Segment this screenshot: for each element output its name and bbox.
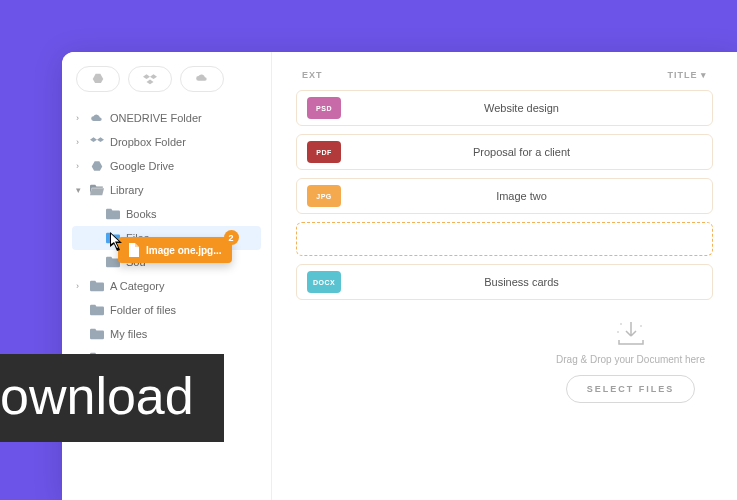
tree-item-label: My files xyxy=(110,328,147,340)
tree-item-label: Folder of files xyxy=(110,304,176,316)
caret-icon: › xyxy=(76,113,84,123)
tree-item[interactable]: Books xyxy=(72,202,261,226)
tree-item[interactable]: ›Dropbox Folder xyxy=(72,130,261,154)
cloud-provider-pills xyxy=(72,66,261,92)
tree-item[interactable]: ›Google Drive xyxy=(72,154,261,178)
download-icon xyxy=(615,320,647,348)
tree-item-label: A Category xyxy=(110,280,164,292)
file-list-header: EXT TITLE ▾ xyxy=(296,70,713,90)
tree-item-label: Books xyxy=(126,208,157,220)
cloud-pill[interactable] xyxy=(180,66,224,92)
tree-item-label: Dropbox Folder xyxy=(110,136,186,148)
tree-item[interactable]: My files xyxy=(72,322,261,346)
tree-item[interactable]: ›A Category xyxy=(72,274,261,298)
caret-icon: › xyxy=(76,161,84,171)
file-title: Image two xyxy=(341,190,702,202)
download-overlay-text: ownload xyxy=(0,354,224,442)
drag-preview-chip: Image one.jpg... 2 xyxy=(118,237,232,263)
col-ext[interactable]: EXT xyxy=(302,70,323,80)
select-files-button[interactable]: SELECT FILES xyxy=(566,375,696,403)
dropbox-pill[interactable] xyxy=(128,66,172,92)
file-row[interactable]: PSDWebsite design xyxy=(296,90,713,126)
tree-item-label: Library xyxy=(110,184,144,196)
svg-point-1 xyxy=(640,325,642,327)
tree-item[interactable]: ›ONEDRIVE Folder xyxy=(72,106,261,130)
tree-item[interactable]: Folder of files xyxy=(72,298,261,322)
svg-point-2 xyxy=(617,331,619,333)
file-row[interactable]: JPGImage two xyxy=(296,178,713,214)
file-title: Website design xyxy=(341,102,702,114)
file-title: Proposal for a client xyxy=(341,146,702,158)
ext-badge: PDF xyxy=(307,141,341,163)
file-row[interactable]: PDFProposal for a client xyxy=(296,134,713,170)
file-icon xyxy=(128,243,140,257)
ext-badge: DOCX xyxy=(307,271,341,293)
tree-item-label: Google Drive xyxy=(110,160,174,172)
gdrive-pill[interactable] xyxy=(76,66,120,92)
dropzone-hint: Drag & Drop your Document here xyxy=(556,354,705,365)
drop-target-row[interactable] xyxy=(296,222,713,256)
drag-count-badge: 2 xyxy=(224,230,239,245)
caret-icon: › xyxy=(76,281,84,291)
file-title: Business cards xyxy=(341,276,702,288)
tree-item[interactable]: ▾Library xyxy=(72,178,261,202)
ext-badge: PSD xyxy=(307,97,341,119)
cloud-icon xyxy=(195,72,209,86)
main-panel: EXT TITLE ▾ PSDWebsite designPDFProposal… xyxy=(272,52,737,500)
col-title[interactable]: TITLE ▾ xyxy=(667,70,707,80)
cursor-icon xyxy=(110,232,126,252)
dropbox-icon xyxy=(143,72,157,86)
caret-icon: ▾ xyxy=(76,185,84,195)
dropzone[interactable]: Drag & Drop your Document here SELECT FI… xyxy=(556,320,713,403)
caret-icon: › xyxy=(76,137,84,147)
drag-filename: Image one.jpg... xyxy=(146,245,222,256)
gdrive-icon xyxy=(91,72,105,86)
file-row[interactable]: DOCXBusiness cards xyxy=(296,264,713,300)
ext-badge: JPG xyxy=(307,185,341,207)
svg-point-0 xyxy=(620,323,622,325)
tree-item-label: ONEDRIVE Folder xyxy=(110,112,202,124)
file-list: PSDWebsite designPDFProposal for a clien… xyxy=(296,90,713,300)
